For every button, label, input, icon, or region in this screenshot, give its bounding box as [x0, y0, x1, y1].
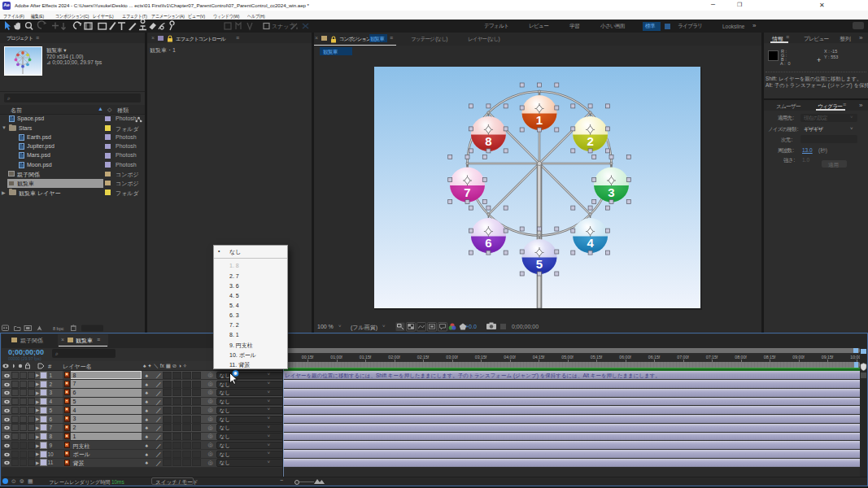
- svg-text:1: 1: [536, 113, 543, 127]
- svg-text:8 bpc: 8 bpc: [53, 326, 64, 331]
- svg-text:6: 6: [485, 236, 491, 250]
- svg-text:2: 2: [587, 134, 593, 148]
- svg-text:#: #: [48, 363, 52, 370]
- svg-text:7: 7: [464, 185, 470, 199]
- svg-text:8: 8: [485, 134, 491, 148]
- svg-text:5: 5: [536, 257, 543, 271]
- svg-text:4: 4: [587, 236, 594, 250]
- svg-text:3: 3: [608, 185, 614, 199]
